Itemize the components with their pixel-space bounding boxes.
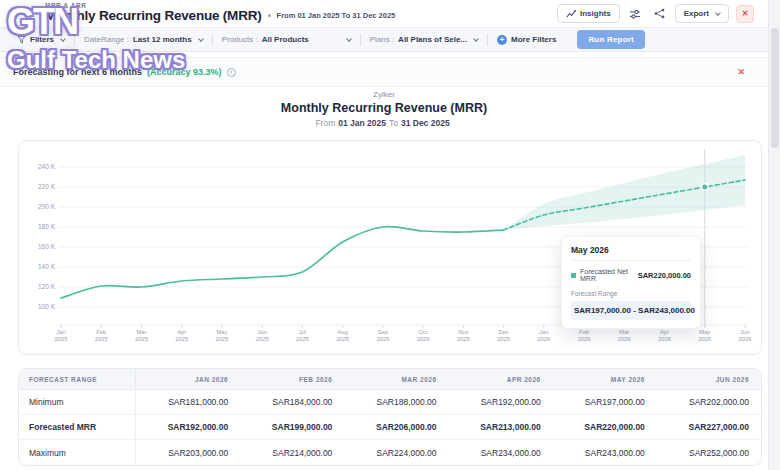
- table-cell: SAR181,000.00: [136, 390, 240, 414]
- svg-text:2025: 2025: [336, 336, 349, 342]
- table-cell: SAR227,000.00: [657, 415, 761, 439]
- series-marker-icon: [571, 273, 576, 278]
- row-label: Maximum: [19, 440, 136, 465]
- svg-text:Dec: Dec: [498, 329, 508, 335]
- page-title: Monthly Recurring Revenue (MRR): [45, 8, 262, 23]
- row-label: Minimum: [19, 390, 136, 414]
- banner-text: Forecasting for next 6 months: [13, 67, 142, 77]
- scrollbar-thumb[interactable]: [771, 28, 779, 148]
- table-cell: SAR224,000.00: [344, 440, 448, 465]
- svg-text:Sep: Sep: [378, 329, 388, 335]
- tooltip-series-label: Forecasted Net MRR: [580, 268, 634, 282]
- svg-text:Jun: Jun: [740, 329, 749, 335]
- back-arrow-icon[interactable]: ←: [10, 6, 21, 17]
- table-cell: SAR202,000.00: [657, 390, 761, 414]
- chart-title: Monthly Recurring Revenue (MRR): [0, 101, 768, 115]
- funnel-icon: [17, 35, 26, 44]
- svg-text:Oct: Oct: [419, 329, 428, 335]
- table-row: MinimumSAR181,000.00SAR184,000.00SAR188,…: [19, 390, 761, 415]
- svg-text:200 K: 200 K: [38, 203, 56, 210]
- column-header: JUN 2026: [657, 369, 761, 389]
- svg-text:100 K: 100 K: [38, 303, 56, 310]
- tooltip-range-label: Forecast Range: [571, 290, 691, 297]
- filters-control[interactable]: Filters: [8, 28, 74, 51]
- insights-icon: [566, 9, 576, 19]
- chevron-down-icon: [198, 36, 204, 42]
- chevron-down-icon: [473, 36, 479, 42]
- svg-text:2025: 2025: [376, 336, 389, 342]
- table-cell: SAR203,000.00: [136, 440, 240, 465]
- svg-text:2026: 2026: [739, 336, 752, 342]
- page-header: ← MRR & ARR Monthly Recurring Revenue (M…: [0, 0, 768, 27]
- svg-text:2026: 2026: [578, 336, 591, 342]
- svg-text:Mar: Mar: [619, 329, 629, 335]
- svg-text:Nov: Nov: [458, 329, 468, 335]
- svg-text:2025: 2025: [175, 336, 188, 342]
- tooltip-series-value: SAR220,000.00: [638, 271, 691, 280]
- table-cell: SAR243,000.00: [553, 440, 657, 465]
- svg-text:May: May: [699, 329, 710, 335]
- table-cell: SAR220,000.00: [553, 415, 657, 439]
- accuracy-badge: (Accuracy 93.3%): [147, 67, 222, 77]
- table-cell: SAR197,000.00: [553, 390, 657, 414]
- svg-text:2025: 2025: [417, 336, 430, 342]
- svg-text:Jan: Jan: [56, 329, 65, 335]
- table-cell: SAR214,000.00: [240, 440, 344, 465]
- customize-sliders-icon[interactable]: [627, 5, 644, 22]
- column-header: JAN 2026: [136, 369, 240, 389]
- products-value: All Products: [262, 35, 340, 44]
- close-report-button[interactable]: ✕: [736, 5, 754, 23]
- svg-text:May: May: [216, 329, 227, 335]
- filter-bar: Filters DateRange : Last 12 months Produ…: [0, 27, 768, 52]
- svg-text:Jul: Jul: [299, 329, 306, 335]
- svg-text:120 K: 120 K: [38, 283, 56, 290]
- insights-button[interactable]: Insights: [557, 4, 620, 23]
- table-cell: SAR192,000.00: [136, 415, 240, 439]
- svg-text:2025: 2025: [457, 336, 470, 342]
- chart-subtitle: From01 Jan 2025To31 Dec 2025: [0, 118, 768, 128]
- column-header: MAY 2026: [553, 369, 657, 389]
- svg-text:2025: 2025: [95, 336, 108, 342]
- tooltip-range-value: SAR197,000.00 - SAR243,000.00: [571, 301, 691, 320]
- forecast-table-body: MinimumSAR181,000.00SAR184,000.00SAR188,…: [19, 390, 761, 465]
- scrollbar[interactable]: [768, 0, 780, 470]
- svg-text:240 K: 240 K: [38, 163, 56, 170]
- plans-dropdown[interactable]: Plans : All Plans of Sele...: [361, 28, 487, 51]
- forecast-table: FORECAST RANGEJAN 2026FEB 2026MAR 2026AP…: [18, 368, 762, 466]
- export-button[interactable]: Export: [675, 4, 729, 23]
- svg-text:2026: 2026: [658, 336, 671, 342]
- column-header: FORECAST RANGE: [19, 369, 136, 389]
- report-date-range: From 01 Jan 2025 To 31 Dec 2025: [277, 11, 396, 20]
- info-icon[interactable]: i: [227, 68, 236, 77]
- svg-text:140 K: 140 K: [38, 263, 56, 270]
- table-cell: SAR252,000.00: [657, 440, 761, 465]
- svg-text:2025: 2025: [296, 336, 309, 342]
- plus-circle-icon: +: [497, 35, 507, 45]
- table-cell: SAR192,000.00: [449, 390, 553, 414]
- svg-text:Mar: Mar: [137, 329, 147, 335]
- svg-text:2026: 2026: [698, 336, 711, 342]
- share-icon[interactable]: [651, 5, 668, 22]
- table-cell: SAR213,000.00: [449, 415, 553, 439]
- more-filters-button[interactable]: + More Filters: [488, 28, 565, 51]
- svg-text:160 K: 160 K: [38, 243, 56, 250]
- company-name: Zylker: [0, 90, 768, 99]
- chevron-down-icon: [715, 10, 721, 16]
- column-header: FEB 2026: [240, 369, 344, 389]
- plans-value: All Plans of Sele...: [398, 35, 467, 44]
- column-header: MAR 2026: [344, 369, 448, 389]
- svg-text:Jun: Jun: [258, 329, 267, 335]
- svg-text:2026: 2026: [618, 336, 631, 342]
- tooltip-title: May 2026: [571, 245, 691, 261]
- products-dropdown[interactable]: Products : All Products: [213, 28, 360, 51]
- banner-close-icon[interactable]: ✕: [737, 67, 755, 77]
- svg-text:Aug: Aug: [337, 329, 347, 335]
- table-row: MaximumSAR203,000.00SAR214,000.00SAR224,…: [19, 440, 761, 465]
- run-report-button[interactable]: Run Report: [577, 30, 645, 49]
- svg-text:2025: 2025: [55, 336, 68, 342]
- svg-text:2025: 2025: [497, 336, 510, 342]
- table-cell: SAR184,000.00: [240, 390, 344, 414]
- table-cell: SAR199,000.00: [240, 415, 344, 439]
- svg-text:Apr: Apr: [660, 329, 669, 335]
- date-range-dropdown[interactable]: DateRange : Last 12 months: [75, 28, 212, 51]
